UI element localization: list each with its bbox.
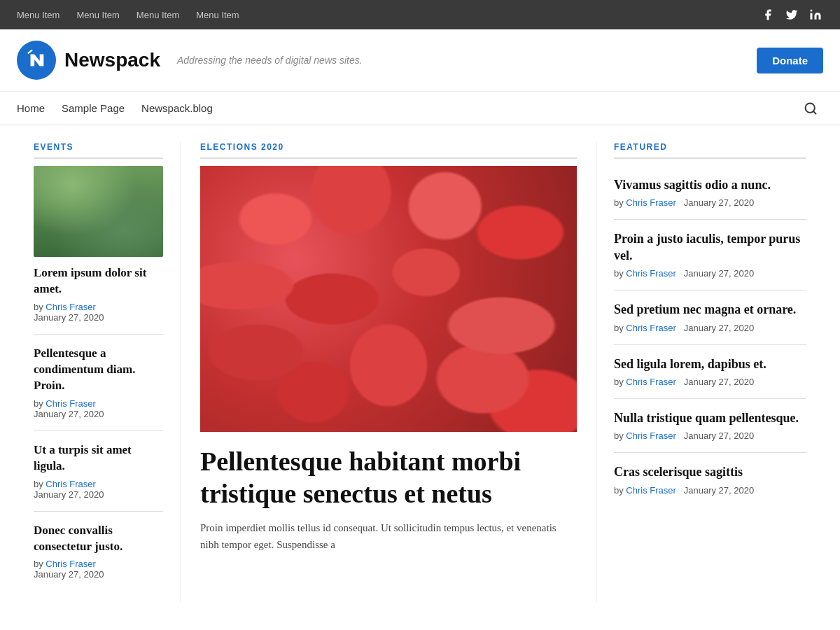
author-link[interactable]: Chris Fraser (46, 398, 96, 409)
elections-section-label: ELECTIONS 2020 (200, 142, 577, 159)
by-label: by (34, 302, 43, 312)
top-menu-item-3[interactable]: Menu Item (136, 10, 179, 20)
facebook-icon[interactable] (760, 7, 776, 22)
article-title[interactable]: Vivamus sagittis odio a nunc. (614, 177, 806, 193)
site-tagline: Addressing the needs of digital news sit… (177, 55, 363, 66)
article-date: January 27, 2020 (34, 312, 104, 323)
nav-sample-page[interactable]: Sample Page (62, 92, 136, 124)
article-meta: by Chris Fraser January 27, 2020 (34, 302, 163, 323)
article-meta: by Chris Fraser January 27, 2020 (614, 268, 806, 279)
list-item: Donec convallis consectetur justo. by Ch… (34, 523, 163, 592)
article-date: January 27, 2020 (684, 430, 754, 441)
events-section-label: EVENTS (34, 142, 163, 159)
list-item: Sed pretium nec magna et ornare. by Chri… (614, 290, 806, 344)
svg-line-3 (813, 111, 816, 113)
article-date: January 27, 2020 (684, 268, 754, 279)
article-date: January 27, 2020 (34, 409, 104, 419)
author-link[interactable]: Chris Fraser (46, 302, 96, 312)
article-meta: by Chris Fraser January 27, 2020 (34, 479, 163, 500)
svg-rect-0 (811, 13, 813, 20)
author-link[interactable]: Chris Fraser (46, 559, 96, 569)
nav-newspack-blog[interactable]: Newspack.blog (141, 92, 224, 124)
linkedin-icon[interactable] (808, 7, 823, 22)
author-link[interactable]: Chris Fraser (626, 323, 676, 333)
article-title[interactable]: Sed ligula lorem, dapibus et. (614, 356, 806, 372)
author-link[interactable]: Chris Fraser (46, 479, 96, 489)
list-item: Proin a justo iaculis, tempor purus vel.… (614, 220, 806, 290)
author-link[interactable]: Chris Fraser (626, 485, 676, 496)
svg-point-1 (811, 10, 813, 12)
main-nav: Home Sample Page Newspack.blog (0, 92, 840, 125)
top-bar: Menu Item Menu Item Menu Item Menu Item (0, 0, 840, 29)
search-icon (804, 102, 818, 115)
author-link[interactable]: Chris Fraser (626, 430, 676, 441)
top-menu-item-2[interactable]: Menu Item (76, 10, 119, 20)
article-meta: by Chris Fraser January 27, 2020 (614, 323, 806, 333)
author-link[interactable]: Chris Fraser (626, 268, 676, 279)
list-item: Cras scelerisque sagittis by Chris Frase… (614, 453, 806, 506)
search-button[interactable] (798, 96, 823, 121)
article-title[interactable]: Nulla tristique quam pellentesque. (614, 410, 806, 426)
main-excerpt: Proin imperdiet mollis tellus id consequ… (200, 519, 577, 553)
article-meta: by Chris Fraser January 27, 2020 (614, 377, 806, 387)
article-title[interactable]: Sed pretium nec magna et ornare. (614, 302, 806, 318)
main-column: ELECTIONS 2020 Pellentesque habitant mor… (181, 142, 596, 602)
author-link[interactable]: Chris Fraser (626, 197, 676, 208)
article-date: January 27, 2020 (34, 489, 104, 500)
nav-home[interactable]: Home (17, 92, 56, 124)
article-date: January 27, 2020 (684, 197, 754, 208)
article-date: January 27, 2020 (684, 377, 754, 387)
article-date: January 27, 2020 (684, 485, 754, 496)
article-title[interactable]: Donec convallis consectetur justo. (34, 523, 163, 555)
list-item: Nulla tristique quam pellentesque. by Ch… (614, 399, 806, 453)
featured-section-label: FEATURED (614, 142, 806, 159)
list-item: Pellentesque a condimentum diam. Proin. … (34, 346, 163, 431)
article-date: January 27, 2020 (684, 323, 754, 333)
site-logo[interactable] (17, 41, 56, 80)
main-article-image (200, 166, 577, 432)
social-icons (760, 7, 823, 22)
left-column: EVENTS Lorem ipsum dolor sit amet. by Ch… (34, 142, 181, 602)
author-link[interactable]: Chris Fraser (626, 377, 676, 387)
logo-area: Newspack Addressing the needs of digital… (17, 41, 757, 80)
list-item: Ut a turpis sit amet ligula. by Chris Fr… (34, 442, 163, 512)
nav-links: Home Sample Page Newspack.blog (17, 92, 798, 124)
article-meta: by Chris Fraser January 27, 2020 (614, 197, 806, 208)
article-thumbnail (34, 166, 163, 257)
right-column: FEATURED Vivamus sagittis odio a nunc. b… (596, 142, 806, 602)
twitter-icon[interactable] (784, 7, 799, 22)
donate-button[interactable]: Donate (757, 48, 823, 74)
article-meta: by Chris Fraser January 27, 2020 (614, 485, 806, 496)
top-menu-item-1[interactable]: Menu Item (17, 10, 59, 20)
list-item: Sed ligula lorem, dapibus et. by Chris F… (614, 345, 806, 399)
article-title[interactable]: Cras scelerisque sagittis (614, 464, 806, 480)
article-meta: by Chris Fraser January 27, 2020 (614, 430, 806, 441)
article-date: January 27, 2020 (34, 569, 104, 580)
top-menu-item-4[interactable]: Menu Item (196, 10, 239, 20)
article-meta: by Chris Fraser January 27, 2020 (34, 398, 163, 419)
article-meta: by Chris Fraser January 27, 2020 (34, 559, 163, 580)
article-title[interactable]: Ut a turpis sit amet ligula. (34, 442, 163, 475)
article-title[interactable]: Proin a justo iaculis, tempor purus vel. (614, 231, 806, 264)
site-header: Newspack Addressing the needs of digital… (0, 29, 840, 92)
content-area: EVENTS Lorem ipsum dolor sit amet. by Ch… (17, 125, 823, 602)
article-title[interactable]: Lorem ipsum dolor sit amet. (34, 265, 163, 298)
site-name: Newspack (64, 49, 160, 71)
top-bar-nav: Menu Item Menu Item Menu Item Menu Item (17, 10, 239, 20)
list-item: Vivamus sagittis odio a nunc. by Chris F… (614, 166, 806, 220)
main-headline[interactable]: Pellentesque habitant morbi tristique se… (200, 446, 577, 510)
list-item: Lorem ipsum dolor sit amet. by Chris Fra… (34, 166, 163, 335)
article-title[interactable]: Pellentesque a condimentum diam. Proin. (34, 346, 163, 394)
